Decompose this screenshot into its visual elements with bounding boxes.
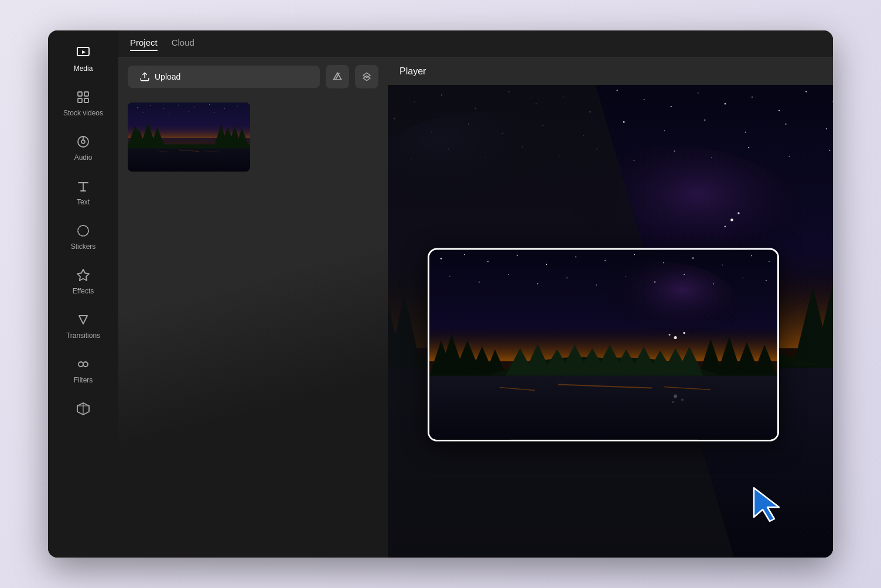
svg-point-85 — [664, 131, 665, 132]
upload-icon — [139, 71, 150, 82]
svg-point-142 — [575, 256, 576, 257]
svg-point-157 — [654, 281, 655, 282]
filters-icon — [75, 356, 91, 372]
svg-point-104 — [789, 156, 790, 158]
svg-point-70 — [752, 97, 753, 98]
svg-point-69 — [725, 103, 726, 105]
player-area: Player — [388, 58, 833, 558]
svg-point-156 — [625, 276, 626, 276]
svg-point-84 — [623, 122, 625, 124]
svg-point-89 — [826, 128, 827, 129]
sidebar-item-filters[interactable]: Filters — [48, 348, 118, 392]
svg-point-102 — [711, 158, 712, 158]
player-header: Player — [388, 58, 833, 85]
svg-rect-3 — [84, 92, 88, 96]
tab-project[interactable]: Project — [130, 37, 158, 51]
main-content: Project Cloud Upload — [118, 30, 833, 558]
svg-point-150 — [449, 276, 450, 277]
svg-point-72 — [805, 91, 807, 93]
svg-point-81 — [502, 133, 503, 134]
svg-marker-1 — [82, 50, 86, 54]
google-drive-button[interactable] — [326, 65, 349, 88]
svg-point-99 — [596, 149, 597, 150]
svg-rect-4 — [78, 98, 82, 102]
svg-rect-46 — [128, 149, 250, 172]
svg-point-146 — [692, 257, 694, 258]
svg-point-58 — [414, 101, 415, 102]
svg-rect-2 — [78, 92, 82, 96]
svg-point-66 — [644, 100, 645, 101]
svg-point-155 — [596, 284, 597, 285]
svg-point-33 — [168, 114, 169, 114]
svg-point-139 — [487, 261, 489, 262]
sidebar-item-3d[interactable] — [48, 392, 118, 425]
sidebar-item-media-label: Media — [74, 64, 93, 73]
svg-point-83 — [583, 135, 584, 136]
thumbnail-image-1 — [128, 102, 250, 172]
media-thumbnail-1[interactable] — [128, 102, 250, 172]
svg-point-71 — [778, 110, 780, 111]
cursor-arrow-icon — [751, 485, 786, 523]
sidebar-item-stickers[interactable]: Stickers — [48, 214, 118, 259]
svg-point-148 — [751, 255, 752, 256]
dropbox-button[interactable] — [355, 65, 378, 88]
svg-point-95 — [448, 149, 449, 150]
svg-point-31 — [237, 106, 238, 107]
sidebar-item-stock-videos[interactable]: Stock videos — [48, 81, 118, 125]
svg-point-154 — [566, 278, 568, 279]
svg-point-161 — [766, 280, 767, 281]
upload-button[interactable]: Upload — [128, 66, 320, 88]
svg-point-101 — [674, 151, 675, 152]
google-drive-icon — [332, 71, 343, 83]
sidebar-item-transitions[interactable]: Transitions — [48, 303, 118, 348]
svg-point-96 — [485, 158, 486, 159]
transitions-icon — [75, 312, 91, 328]
svg-point-152 — [508, 274, 508, 275]
sidebar-item-effects-label: Effects — [73, 287, 94, 295]
svg-point-27 — [178, 105, 179, 105]
svg-point-25 — [151, 105, 151, 106]
svg-point-149 — [769, 261, 769, 262]
svg-point-144 — [634, 254, 635, 255]
tab-cloud[interactable]: Cloud — [172, 37, 194, 51]
text-icon — [75, 178, 91, 194]
svg-point-110 — [725, 226, 726, 228]
sidebar-item-effects[interactable]: Effects — [48, 259, 118, 303]
stickers-icon — [75, 223, 91, 239]
svg-point-59 — [441, 94, 443, 96]
svg-point-26 — [163, 108, 164, 109]
sidebar-item-filters-label: Filters — [74, 376, 93, 384]
sidebar-item-media[interactable]: Media — [48, 36, 118, 81]
svg-point-100 — [634, 160, 635, 162]
audio-icon — [75, 134, 91, 150]
dropbox-icon — [361, 71, 373, 83]
svg-point-192 — [681, 398, 684, 401]
svg-point-34 — [189, 112, 189, 112]
svg-point-147 — [722, 265, 723, 266]
sidebar-item-text[interactable]: Text — [48, 170, 118, 214]
svg-marker-13 — [77, 269, 89, 281]
toolbar-row: Upload — [118, 58, 388, 95]
svg-point-138 — [464, 254, 465, 255]
svg-point-191 — [674, 394, 677, 398]
svg-point-137 — [440, 258, 442, 259]
svg-point-82 — [542, 125, 544, 127]
svg-point-153 — [537, 283, 538, 284]
svg-point-67 — [671, 106, 672, 107]
svg-point-94 — [411, 159, 411, 159]
sidebar: Media Stock videos Audio Text — [48, 30, 118, 558]
svg-point-63 — [563, 97, 564, 98]
svg-point-158 — [684, 274, 685, 275]
media-panel: Upload — [118, 58, 833, 558]
svg-point-14 — [78, 362, 83, 367]
svg-point-159 — [713, 283, 714, 284]
svg-point-164 — [683, 332, 685, 334]
svg-rect-5 — [84, 98, 88, 102]
sidebar-item-audio[interactable]: Audio — [48, 125, 118, 170]
svg-point-162 — [674, 336, 677, 339]
svg-point-29 — [209, 104, 210, 105]
svg-point-98 — [559, 156, 560, 156]
svg-point-151 — [479, 281, 480, 282]
svg-point-64 — [589, 111, 591, 113]
svg-point-109 — [737, 213, 739, 214]
